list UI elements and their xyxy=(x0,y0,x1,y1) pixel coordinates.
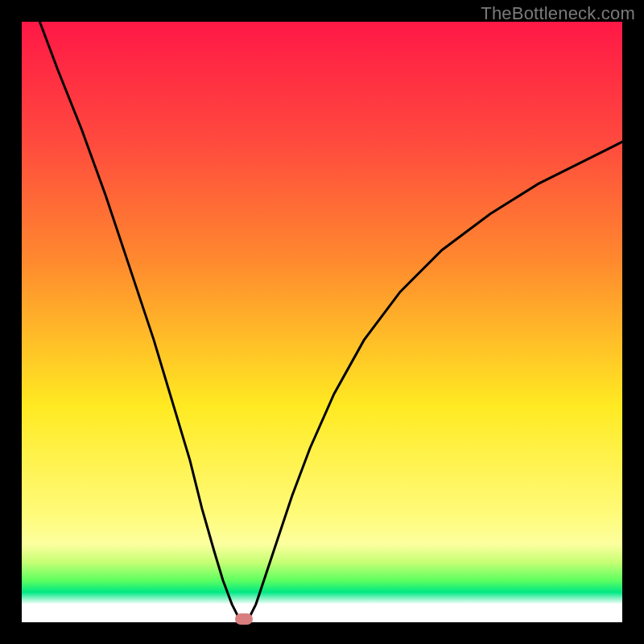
bottleneck-curve xyxy=(0,0,644,644)
optimal-point-marker xyxy=(235,613,253,625)
watermark-text: TheBottleneck.com xyxy=(481,3,635,24)
chart-frame: TheBottleneck.com xyxy=(0,0,644,644)
